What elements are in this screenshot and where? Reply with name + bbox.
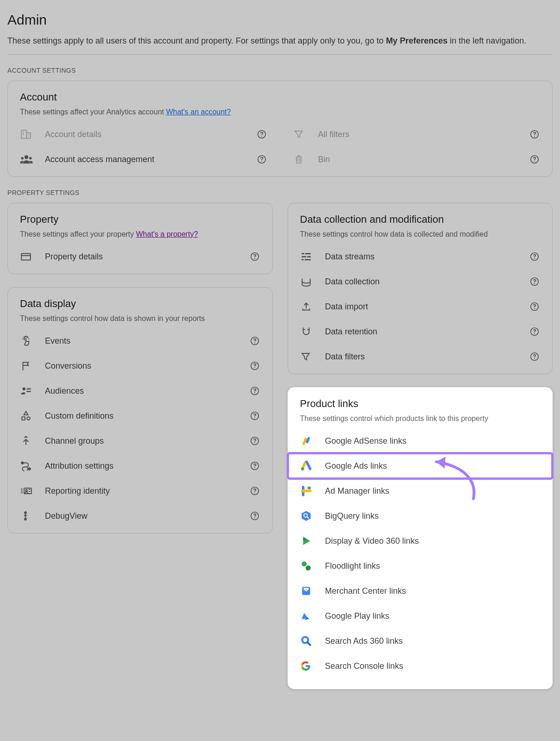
adsense-links-row[interactable]: Google AdSense links (300, 428, 541, 453)
google-g-icon (300, 660, 325, 672)
help-icon[interactable] (249, 360, 260, 371)
subtitle-post: in the left navigation. (447, 36, 526, 45)
svg-point-90 (305, 565, 310, 571)
data-display-desc: These settings control how data is shown… (20, 314, 260, 323)
svg-point-8 (261, 136, 262, 137)
google-ads-links-row[interactable]: Google Ads links (288, 453, 553, 478)
audiences-label: Audiences (45, 386, 249, 396)
merchant-center-links-row[interactable]: Merchant Center links (300, 578, 541, 603)
shapes-icon (20, 410, 45, 422)
search-ads-icon (300, 635, 325, 647)
attribution-settings-row[interactable]: Attribution settings (20, 453, 260, 478)
ad-manager-links-row[interactable]: Ad Manager links (300, 478, 541, 503)
reporting-identity-row[interactable]: Reporting identity (20, 478, 260, 503)
help-icon[interactable] (529, 326, 540, 337)
help-icon[interactable] (529, 154, 540, 165)
data-streams-row[interactable]: Data streams (300, 244, 541, 269)
bigquery-links-row[interactable]: BigQuery links (300, 503, 541, 528)
dv360-links-label: Display & Video 360 links (325, 536, 541, 546)
people-icon (20, 153, 45, 166)
bigquery-icon (300, 510, 325, 522)
svg-point-55 (25, 512, 26, 514)
svg-point-59 (254, 517, 255, 518)
subtitle-pre: These settings apply to all users of thi… (7, 36, 386, 45)
property-card-desc: These settings affect your property What… (20, 230, 260, 239)
merge-icon (20, 435, 45, 447)
data-display-card: Data display These settings control how … (7, 287, 273, 534)
data-filters-row[interactable]: Data filters (300, 344, 541, 369)
account-card-desc: These settings affect your Analytics acc… (20, 108, 540, 116)
data-streams-label: Data streams (325, 252, 529, 262)
whats-an-account-link[interactable]: What's an account? (166, 108, 231, 116)
svg-rect-63 (307, 256, 311, 257)
svg-point-80 (301, 467, 304, 471)
svg-rect-60 (302, 253, 304, 254)
help-icon[interactable] (249, 335, 260, 346)
search-ads-360-links-row[interactable]: Search Ads 360 links (300, 628, 541, 653)
audiences-row[interactable]: Audiences (20, 378, 260, 403)
svg-point-10 (21, 157, 23, 159)
data-retention-row[interactable]: Data retention (300, 319, 541, 344)
help-icon[interactable] (249, 385, 260, 396)
help-icon[interactable] (249, 510, 260, 521)
account-card: Account These settings affect your Analy… (7, 81, 553, 177)
help-icon[interactable] (249, 460, 260, 471)
svg-point-26 (254, 342, 255, 343)
search-console-links-row[interactable]: Search Console links (300, 653, 541, 678)
bigquery-links-label: BigQuery links (325, 511, 541, 521)
property-details-row[interactable]: Property details (20, 244, 260, 269)
id-card-icon (20, 485, 45, 497)
help-icon[interactable] (249, 251, 260, 262)
custom-definitions-row[interactable]: Custom definitions (20, 403, 260, 428)
data-collection-card: Data collection and modification These s… (288, 203, 553, 374)
help-icon[interactable] (256, 129, 267, 140)
google-play-icon (300, 610, 325, 622)
flag-icon (20, 360, 45, 372)
data-collection-title: Data collection and modification (300, 214, 541, 226)
merchant-center-links-label: Merchant Center links (325, 586, 541, 596)
svg-point-89 (302, 561, 307, 566)
svg-rect-92 (303, 588, 308, 590)
help-icon[interactable] (529, 351, 540, 362)
product-links-desc: These settings control which products li… (300, 414, 541, 423)
dv360-links-row[interactable]: Display & Video 360 links (300, 528, 541, 553)
events-row[interactable]: Events (20, 328, 260, 353)
data-import-row[interactable]: Data import (300, 294, 541, 319)
data-collection-row[interactable]: Data collection (300, 269, 541, 294)
debugview-row[interactable]: DebugView (20, 503, 260, 528)
all-filters-label: All filters (318, 130, 529, 139)
help-icon[interactable] (529, 251, 540, 262)
help-icon[interactable] (529, 276, 540, 287)
dv360-icon (300, 535, 325, 547)
floodlight-links-row[interactable]: Floodlight links (300, 553, 541, 578)
svg-marker-35 (24, 411, 28, 415)
svg-marker-84 (302, 511, 311, 521)
help-icon[interactable] (529, 129, 540, 140)
whats-a-property-link[interactable]: What's a property? (136, 230, 198, 238)
filter-icon (300, 351, 325, 362)
help-icon[interactable] (256, 154, 267, 165)
help-icon[interactable] (249, 410, 260, 421)
svg-point-13 (261, 161, 262, 162)
account-access-row[interactable]: Account access management (20, 147, 267, 172)
account-settings-label: ACCOUNT SETTINGS (7, 67, 553, 74)
property-settings-label: PROPERTY SETTINGS (7, 189, 553, 196)
google-play-links-row[interactable]: Google Play links (300, 603, 541, 628)
svg-rect-62 (302, 256, 306, 257)
help-icon[interactable] (249, 435, 260, 446)
svg-point-54 (254, 492, 255, 493)
help-icon[interactable] (249, 485, 260, 496)
google-ads-icon (300, 460, 325, 472)
svg-rect-64 (302, 259, 303, 260)
floodlight-links-label: Floodlight links (325, 561, 541, 571)
property-card-desc-text: These settings affect your property (20, 230, 136, 238)
data-collection-label: Data collection (325, 277, 529, 287)
channel-groups-row[interactable]: Channel groups (20, 428, 260, 453)
filter-icon (293, 129, 318, 140)
attribution-settings-label: Attribution settings (45, 461, 249, 471)
data-retention-label: Data retention (325, 327, 529, 337)
account-card-title: Account (20, 91, 540, 103)
help-icon[interactable] (529, 301, 540, 312)
conversions-row[interactable]: Conversions (20, 353, 260, 378)
svg-point-47 (25, 490, 27, 491)
